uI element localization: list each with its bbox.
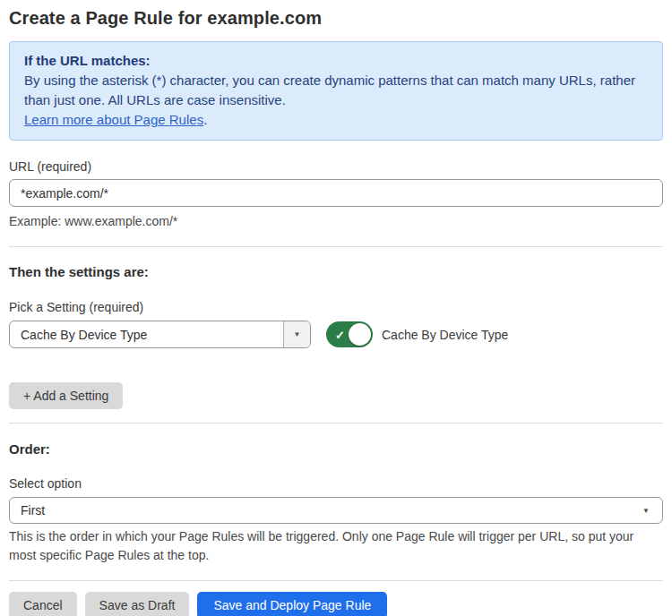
url-match-info-box: If the URL matches: By using the asteris… (9, 41, 663, 141)
setting-dropdown-value: Cache By Device Type (10, 321, 283, 347)
setting-dropdown[interactable]: Cache By Device Type ▼ (9, 321, 311, 348)
order-section-heading: Order: (9, 441, 663, 458)
setting-row: Cache By Device Type ▼ ✓ Cache By Device… (9, 321, 663, 348)
footer-actions: Cancel Save as Draft Save and Deploy Pag… (9, 592, 663, 616)
link-suffix: . (203, 112, 207, 127)
page-title: Create a Page Rule for example.com (9, 7, 663, 29)
info-box-body: By using the asterisk (*) character, you… (24, 71, 648, 110)
save-as-draft-button[interactable]: Save as Draft (85, 592, 190, 616)
url-example-helper: Example: www.example.com/* (9, 212, 663, 231)
pick-setting-label: Pick a Setting (required) (9, 300, 663, 314)
setting-toggle-label: Cache By Device Type (382, 328, 508, 342)
setting-toggle[interactable]: ✓ (326, 321, 373, 347)
save-and-deploy-button[interactable]: Save and Deploy Page Rule (197, 592, 387, 616)
caret-down-icon: ▼ (642, 507, 650, 515)
check-icon: ✓ (335, 329, 345, 340)
toggle-knob (349, 323, 371, 346)
url-field-label: URL (required) (9, 159, 663, 174)
divider (9, 580, 663, 581)
divider (9, 423, 663, 424)
order-dropdown[interactable]: First ▼ (9, 497, 663, 524)
add-setting-button[interactable]: + Add a Setting (9, 382, 123, 409)
caret-down-icon[interactable]: ▼ (283, 321, 310, 347)
order-dropdown-value: First (21, 503, 642, 518)
url-input[interactable] (9, 179, 663, 207)
order-select-label: Select option (9, 476, 663, 491)
learn-more-link[interactable]: Learn more about Page Rules (24, 112, 203, 127)
page-rule-form: Create a Page Rule for example.com If th… (0, 0, 672, 616)
settings-section-heading: Then the settings are: (9, 264, 663, 280)
order-helper-text: This is the order in which your Page Rul… (9, 527, 656, 565)
cancel-button[interactable]: Cancel (9, 592, 77, 616)
divider (9, 246, 663, 247)
info-box-heading: If the URL matches: (24, 51, 648, 71)
info-box-link-line: Learn more about Page Rules. (24, 110, 648, 130)
